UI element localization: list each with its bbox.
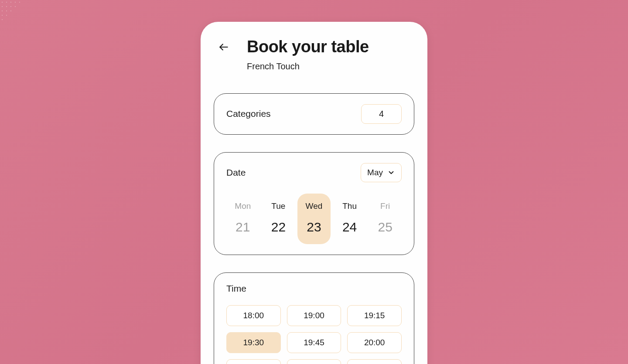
time-label: Time bbox=[226, 283, 402, 294]
svg-point-14 bbox=[2, 19, 3, 20]
month-label: May bbox=[367, 168, 383, 177]
background-dots-decoration bbox=[0, 0, 44, 35]
day-item[interactable]: Fri25 bbox=[369, 194, 402, 244]
arrow-left-icon bbox=[218, 41, 229, 53]
day-name: Thu bbox=[342, 201, 357, 211]
day-number: 24 bbox=[342, 220, 357, 235]
days-row: Mon21Tue22Wed23Thu24Fri25 bbox=[226, 194, 402, 244]
chevron-down-icon bbox=[387, 169, 395, 177]
time-slot[interactable]: 19:00 bbox=[287, 305, 341, 326]
time-slot[interactable]: 19:30 bbox=[226, 332, 281, 353]
svg-point-3 bbox=[15, 2, 16, 3]
date-section: Date May Mon21Tue22Wed23Thu24Fri25 bbox=[214, 152, 414, 255]
time-slot[interactable]: 21:15 bbox=[347, 359, 402, 364]
app-card: Book your table French Touch Categories … bbox=[201, 22, 427, 364]
day-item[interactable]: Wed23 bbox=[297, 194, 331, 244]
day-name: Mon bbox=[235, 201, 251, 211]
day-number: 22 bbox=[271, 220, 286, 235]
times-grid: 18:0019:0019:1519:3019:4520:0020:3021:00… bbox=[226, 305, 402, 364]
day-number: 21 bbox=[236, 220, 250, 235]
time-slot[interactable]: 20:30 bbox=[226, 359, 281, 364]
time-section: Time 18:0019:0019:1519:3019:4520:0020:30… bbox=[214, 272, 414, 364]
header: Book your table French Touch bbox=[214, 37, 414, 71]
time-slot[interactable]: 20:00 bbox=[347, 332, 402, 353]
svg-point-6 bbox=[6, 6, 7, 7]
svg-point-13 bbox=[6, 15, 7, 16]
categories-section: Categories 4 bbox=[214, 93, 414, 135]
svg-point-4 bbox=[19, 2, 20, 3]
categories-label: Categories bbox=[226, 109, 271, 119]
svg-point-9 bbox=[2, 10, 3, 11]
day-name: Fri bbox=[380, 201, 390, 211]
day-item[interactable]: Tue22 bbox=[262, 194, 295, 244]
day-name: Tue bbox=[271, 201, 285, 211]
date-label: Date bbox=[226, 167, 246, 178]
day-name: Wed bbox=[306, 201, 323, 211]
day-item[interactable]: Thu24 bbox=[333, 194, 366, 244]
svg-point-1 bbox=[6, 2, 7, 3]
svg-point-8 bbox=[15, 6, 16, 7]
svg-point-11 bbox=[10, 10, 11, 11]
day-number: 25 bbox=[378, 220, 392, 235]
page-subtitle: French Touch bbox=[247, 61, 369, 71]
svg-point-10 bbox=[6, 10, 7, 11]
title-group: Book your table French Touch bbox=[247, 37, 369, 71]
svg-point-12 bbox=[2, 15, 3, 16]
time-slot[interactable]: 19:15 bbox=[347, 305, 402, 326]
back-button[interactable] bbox=[218, 41, 229, 53]
page-title: Book your table bbox=[247, 37, 369, 57]
day-number: 23 bbox=[307, 220, 321, 235]
time-slot[interactable]: 21:00 bbox=[287, 359, 341, 364]
svg-point-0 bbox=[2, 2, 3, 3]
svg-point-2 bbox=[10, 2, 11, 3]
svg-point-5 bbox=[2, 6, 3, 7]
month-selector[interactable]: May bbox=[361, 163, 402, 182]
categories-count-badge[interactable]: 4 bbox=[361, 104, 402, 124]
time-slot[interactable]: 18:00 bbox=[226, 305, 281, 326]
svg-point-7 bbox=[10, 6, 11, 7]
time-slot[interactable]: 19:45 bbox=[287, 332, 341, 353]
day-item[interactable]: Mon21 bbox=[226, 194, 259, 244]
